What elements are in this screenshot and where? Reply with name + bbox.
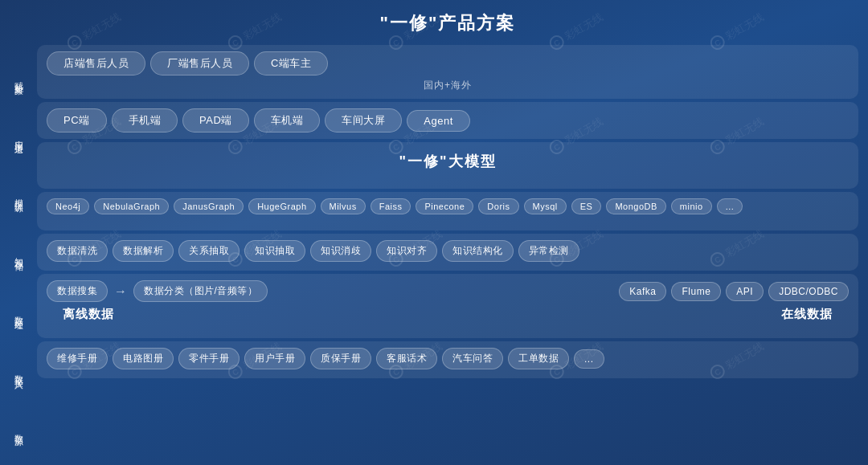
main-container: 赋能对象 应用渠道 模型训练 知识存储 数据处理 数据接入 数据源 "一修"产品… (0, 0, 868, 465)
chip-car-qa: 汽车问答 (442, 348, 503, 369)
label-data-processing: 数据处理 (0, 283, 37, 341)
offline-data-label: 离线数据 (63, 307, 114, 322)
chip-anomaly-detect: 异常检测 (518, 240, 579, 262)
chip-factory-staff: 厂端售后人员 (150, 51, 249, 75)
chip-knowledge-align: 知识对齐 (376, 240, 437, 262)
left-labels: 赋能对象 应用渠道 模型训练 知识存储 数据处理 数据接入 数据源 (0, 6, 37, 459)
chip-neo4j: Neo4j (47, 198, 89, 214)
chip-knowledge-struct: 知识结构化 (442, 240, 514, 262)
label-channels: 应用渠道 (0, 107, 37, 165)
chip-warranty-manual: 质保手册 (310, 348, 371, 369)
chip-workshop-screen: 车间大屏 (325, 108, 402, 133)
chip-doris: Doris (478, 198, 518, 214)
section-data-processing: 数据清洗 数据解析 关系抽取 知识抽取 知识消歧 知识对齐 知识结构化 异常检测 (37, 234, 858, 271)
chip-mysql: Mysql (524, 198, 567, 214)
targets-row: 店端售后人员 厂端售后人员 C端车主 (47, 51, 849, 75)
arrow-icon: → (114, 284, 127, 299)
chip-knowledge-extract: 知识抽取 (244, 240, 305, 262)
chip-janus: JanusGraph (174, 198, 244, 214)
label-knowledge: 知识存储 (0, 224, 37, 283)
page-title: "一修"产品方案 (37, 6, 858, 42)
section-data-source: 维修手册 电路图册 零件手册 用户手册 质保手册 客服话术 汽车问答 工单数据 … (37, 341, 858, 378)
data-processing-row: 数据清洗 数据解析 关系抽取 知识抽取 知识消歧 知识对齐 知识结构化 异常检测 (47, 240, 849, 262)
chip-pad: PAD端 (182, 108, 249, 133)
label-targets: 赋能对象 (0, 48, 37, 107)
content-area: "一修"产品方案 店端售后人员 厂端售后人员 C端车主 国内+海外 PC端 手机… (37, 6, 868, 459)
chip-parts-manual: 零件手册 (178, 348, 240, 369)
chip-user-manual: 用户手册 (244, 348, 305, 369)
chip-more-knowledge: ... (717, 198, 743, 214)
data-access-top-row: 数据搜集 → 数据分类（图片/音频等） Kafka Flume API JDBC… (47, 280, 849, 302)
data-access-labels: 离线数据 在线数据 (47, 305, 849, 324)
chip-mobile: 手机端 (112, 108, 178, 133)
chip-work-order: 工单数据 (508, 348, 569, 369)
chip-mongodb: MongoDB (606, 198, 665, 214)
section-channels: PC端 手机端 PAD端 车机端 车间大屏 Agent (37, 102, 858, 139)
chip-repair-manual: 维修手册 (47, 348, 108, 369)
chip-data-clean: 数据清洗 (47, 240, 108, 262)
section-targets: 店端售后人员 厂端售后人员 C端车主 国内+海外 (37, 45, 858, 99)
chip-api: API (726, 282, 764, 301)
chip-huge: HugeGraph (248, 198, 315, 214)
chip-circuit-atlas: 电路图册 (113, 348, 174, 369)
chip-car-system: 车机端 (254, 108, 321, 133)
chip-c-owner: C端车主 (254, 51, 328, 75)
model-title: "一修"大模型 (47, 149, 849, 173)
section-model: "一修"大模型 (37, 142, 858, 189)
chip-pc: PC端 (47, 108, 107, 133)
chip-agent: Agent (407, 110, 469, 132)
chip-pinecone: Pinecone (416, 198, 473, 214)
section-data-access: 数据搜集 → 数据分类（图片/音频等） Kafka Flume API JDBC… (37, 274, 858, 338)
chip-more-source: ... (574, 349, 604, 369)
chip-milvus: Milvus (321, 198, 366, 214)
label-data-source: 数据源 (0, 400, 37, 459)
chip-jdbc: JDBC/ODBC (768, 282, 849, 301)
chip-knowledge-disambig: 知识消歧 (310, 240, 371, 262)
data-source-row: 维修手册 电路图册 零件手册 用户手册 质保手册 客服话术 汽车问答 工单数据 … (47, 348, 849, 369)
chip-data-parse: 数据解析 (113, 240, 174, 262)
online-data-label: 在线数据 (781, 307, 833, 322)
chip-data-classify: 数据分类（图片/音频等） (133, 280, 268, 302)
chip-minio: minio (671, 198, 712, 214)
chip-faiss: Faiss (371, 198, 411, 214)
targets-sublabel: 国内+海外 (47, 79, 849, 92)
chip-data-collect: 数据搜集 (47, 280, 108, 302)
knowledge-row: Neo4j NebulaGraph JanusGraph HugeGraph M… (47, 198, 849, 214)
label-data-access: 数据接入 (0, 341, 37, 400)
label-model-training: 模型训练 (0, 165, 37, 224)
channels-row: PC端 手机端 PAD端 车机端 车间大屏 Agent (47, 108, 849, 133)
section-knowledge: Neo4j NebulaGraph JanusGraph HugeGraph M… (37, 192, 858, 230)
chip-service-script: 客服话术 (376, 348, 437, 369)
chip-kafka: Kafka (619, 282, 666, 301)
chip-store-staff: 店端售后人员 (47, 51, 145, 75)
chip-relation-extract: 关系抽取 (178, 240, 240, 262)
chip-es: ES (571, 198, 602, 214)
chip-nebula: NebulaGraph (94, 198, 169, 214)
chip-flume: Flume (671, 282, 721, 301)
